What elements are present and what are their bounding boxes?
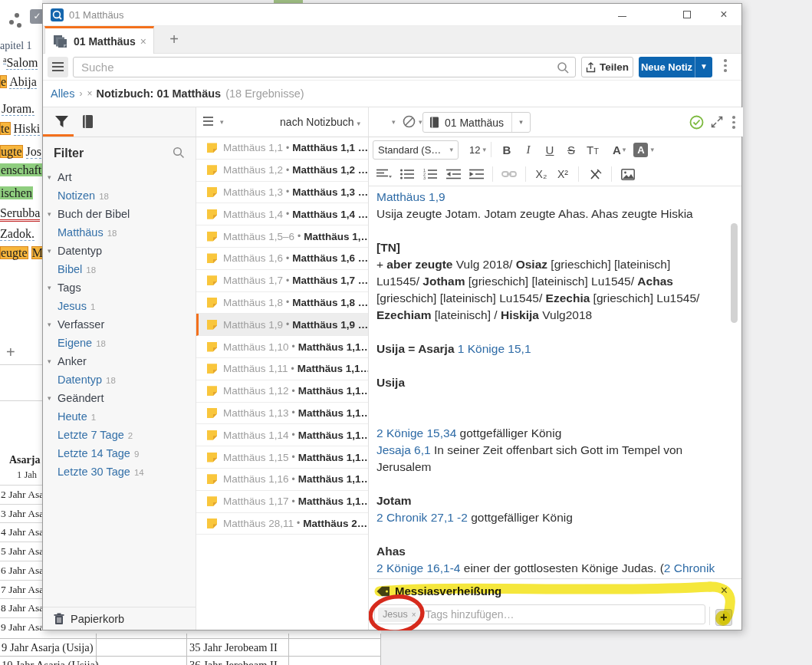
- note-list-item[interactable]: Matthäus 1,6•Matthäus 1,6 …: [196, 248, 368, 270]
- clear-formatting-button[interactable]: [584, 169, 607, 180]
- bible-text-fragment[interactable]: Serubba: [0, 206, 40, 220]
- no-indicator-icon[interactable]: [403, 115, 416, 128]
- note-list-item[interactable]: Matthäus 1,14•Matthäus 1,1…: [196, 424, 368, 446]
- notebook-selector-button[interactable]: 01 Matthäus ▾: [422, 112, 531, 133]
- new-note-dropdown[interactable]: ▼: [695, 57, 712, 77]
- maximize-button[interactable]: [674, 4, 700, 25]
- numbered-list-button[interactable]: 123: [419, 169, 442, 179]
- search-icon[interactable]: [557, 61, 570, 74]
- bible-text-fragment[interactable]: eugte M: [0, 246, 42, 260]
- share-button[interactable]: Teilen: [581, 57, 633, 77]
- font-family-select[interactable]: Standard (S… ▾: [373, 140, 459, 160]
- bible-text-fragment[interactable]: Zadok.: [0, 227, 35, 241]
- filter-item-bibel[interactable]: Bibel18: [43, 260, 196, 278]
- add-tag-button[interactable]: +: [715, 609, 732, 626]
- note-list-item[interactable]: Matthäus 1,8•Matthäus 1,8 …: [196, 292, 368, 314]
- new-note-label[interactable]: Neue Notiz: [639, 57, 695, 77]
- bible-text-fragment[interactable]: te Hiski: [0, 122, 40, 136]
- bible-text-fragment[interactable]: enschaft: [0, 163, 42, 177]
- toolbar-menu-icon[interactable]: [721, 59, 730, 74]
- note-list-item[interactable]: Matthäus 1,7•Matthäus 1,7 …: [196, 270, 368, 292]
- filter-section-tags[interactable]: ▾Tags: [43, 278, 196, 297]
- tab-close-icon[interactable]: ×: [138, 35, 149, 48]
- filter-item-eigene[interactable]: Eigene18: [43, 334, 196, 352]
- filter-item-letzte-14-tage[interactable]: Letzte 14 Tage9: [43, 444, 196, 463]
- note-list-item[interactable]: Matthäus 1,3•Matthäus 1,3 …: [196, 182, 368, 204]
- indent-button[interactable]: [465, 169, 488, 179]
- strikethrough-button[interactable]: S: [561, 143, 582, 156]
- filter-item-letzte-30-tage[interactable]: Letzte 30 Tage14: [43, 463, 196, 481]
- tag-chip-jesus[interactable]: Jesus ×: [378, 607, 421, 622]
- search-input[interactable]: [74, 58, 575, 77]
- filter-item-heute[interactable]: Heute1: [43, 407, 196, 426]
- highlight-color-button[interactable]: A▾: [633, 143, 654, 157]
- note-body[interactable]: Matthäus 1,9Usija zeugte Jotam. Jotam ze…: [369, 186, 741, 578]
- note-list-item[interactable]: Matthäus 1,17•Matthäus 1,1…: [196, 491, 368, 513]
- subscript-button[interactable]: X₂: [531, 168, 552, 180]
- filter-item-matth-us[interactable]: Matthäus18: [43, 223, 196, 242]
- note-list-item[interactable]: Matthäus 1,15•Matthäus 1,1…: [196, 446, 368, 469]
- filter-item-datentyp[interactable]: Datentyp18: [43, 370, 196, 389]
- window-close-button[interactable]: ×: [711, 4, 737, 25]
- bible-reference-link[interactable]: 2 Chronik 27,1 -2: [376, 511, 468, 524]
- note-list-item[interactable]: Matthäus 1,2•Matthäus 1,2 …: [196, 160, 368, 182]
- note-list-item[interactable]: Matthäus 1,16•Matthäus 1,1…: [196, 469, 368, 491]
- font-size-select[interactable]: 12▾: [469, 144, 486, 156]
- indicator-caret-icon[interactable]: ▾: [419, 118, 422, 126]
- insert-image-button[interactable]: [616, 169, 639, 180]
- link-button[interactable]: [498, 170, 521, 179]
- sort-selector[interactable]: nach Notizbuch ▾: [280, 116, 360, 128]
- filter-section-verfasser[interactable]: ▾Verfasser: [43, 315, 196, 334]
- note-list-item[interactable]: Matthäus 1,9•Matthäus 1,9 …: [196, 314, 368, 336]
- minimize-button[interactable]: [609, 4, 635, 25]
- scrollbar-thumb[interactable]: [731, 223, 738, 323]
- note-list-item[interactable]: Matthäus 1,12•Matthäus 1,1…: [196, 380, 368, 403]
- bible-reference-link[interactable]: Matthäus 1,9: [376, 190, 445, 203]
- filter-section-datentyp[interactable]: ▾Datentyp: [43, 242, 196, 260]
- bullet-list-button[interactable]: [396, 169, 419, 179]
- note-list-item[interactable]: Matthäus 1,1•Matthäus 1,1 …: [196, 137, 368, 160]
- trash-row[interactable]: Papierkorb: [43, 607, 196, 630]
- tag-panel-close-icon[interactable]: ×: [721, 584, 728, 598]
- tab-01-matthaeus[interactable]: 01 Matthäus ×: [44, 26, 154, 54]
- bible-reference-link[interactable]: 1 Könige 15,1: [458, 342, 531, 355]
- outdent-button[interactable]: [442, 169, 465, 179]
- superscript-button[interactable]: X²: [552, 168, 574, 180]
- filter-section-ge-ndert[interactable]: ▾Geändert: [43, 389, 196, 407]
- list-options-icon[interactable]: [203, 116, 218, 127]
- background-add-button[interactable]: +: [6, 344, 15, 361]
- tag-chip-remove-icon[interactable]: ×: [412, 611, 416, 619]
- filter-item-jesus[interactable]: Jesus1: [43, 297, 196, 315]
- bible-text-fragment[interactable]: e Abija: [0, 75, 37, 89]
- menu-hamburger-button[interactable]: [48, 57, 68, 77]
- bible-text-fragment[interactable]: ischen: [0, 186, 33, 200]
- notebooks-icon[interactable]: [81, 114, 94, 129]
- underline-button[interactable]: U: [539, 143, 561, 156]
- new-note-button[interactable]: Neue Notiz ▼: [639, 57, 712, 77]
- font-color-button[interactable]: A▾: [613, 143, 626, 156]
- filter-section-art[interactable]: ▾Art: [43, 168, 196, 186]
- bible-reference-link[interactable]: Jesaja 6,1: [376, 443, 431, 456]
- note-style-caret-icon[interactable]: ▾: [392, 118, 396, 126]
- note-list-item[interactable]: Matthäus 1,13•Matthäus 1,1…: [196, 403, 368, 425]
- bold-button[interactable]: B: [496, 143, 518, 156]
- filter-search-icon[interactable]: [173, 146, 185, 159]
- filter-section-anker[interactable]: ▾Anker: [43, 352, 196, 370]
- note-list-item[interactable]: Matthäus 1,4•Matthäus 1,4 …: [196, 203, 368, 226]
- new-tab-button[interactable]: +: [164, 29, 184, 49]
- filter-item-notizen[interactable]: Notizen18: [43, 186, 196, 205]
- note-list-item[interactable]: Matthäus 1,11•Matthäus 1,1…: [196, 358, 368, 380]
- bible-text-fragment[interactable]: ugte Jos: [0, 145, 41, 159]
- note-title[interactable]: Messiasverheißung: [395, 584, 501, 598]
- breadcrumb-all-link[interactable]: Alles: [51, 87, 74, 100]
- breadcrumb-remove-icon[interactable]: ×: [87, 88, 92, 99]
- bible-reference-link[interactable]: 2 Könige 16,1-4: [376, 561, 460, 574]
- filter-section-buch-der-bibel[interactable]: ▾Buch der Bibel: [43, 205, 196, 223]
- note-list-item[interactable]: Matthäus 1,10•Matthäus 1,1…: [196, 336, 368, 358]
- bible-text-fragment[interactable]: Joram.: [2, 102, 35, 116]
- note-list-item[interactable]: Matthäus 28,11•Matthäus 2…: [196, 513, 368, 535]
- text-case-button[interactable]: TT: [582, 143, 603, 156]
- filter-funnel-icon[interactable]: [54, 115, 69, 129]
- note-list-item[interactable]: Matthäus 1,5–6•Matthäus 1,…: [196, 226, 368, 248]
- list-options-caret-icon[interactable]: ▾: [220, 118, 224, 126]
